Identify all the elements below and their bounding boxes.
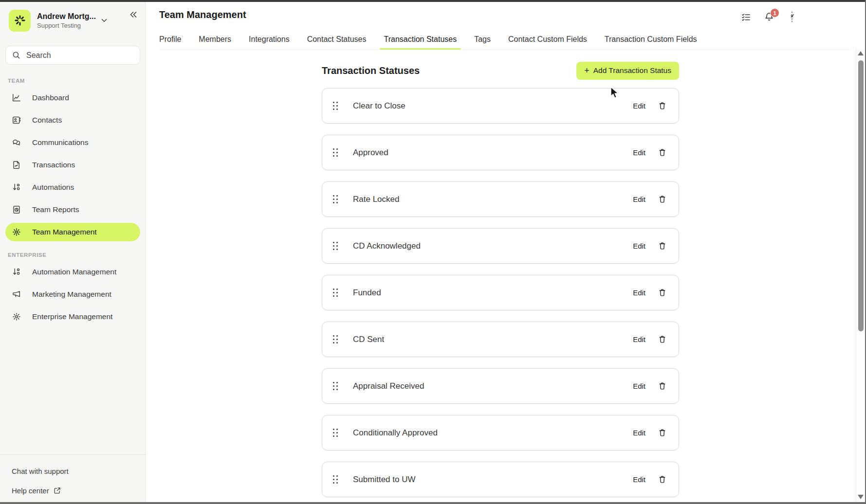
profile-glyph-icon[interactable] [787,11,797,23]
edit-button[interactable]: Edit [633,475,645,484]
edit-button[interactable]: Edit [633,382,645,390]
sidebar-item-automations[interactable]: Automations [0,176,145,198]
status-row-submitted-to-uw: Submitted to UW Edit [322,462,679,497]
vertical-scrollbar[interactable] [856,48,865,502]
content-scroll-area: Transaction Statuses + Add Transaction S… [146,50,856,502]
sidebar-footer-divider [0,454,145,455]
trash-icon[interactable] [658,381,667,391]
sidebar-item-team-reports[interactable]: Team Reports [0,198,145,221]
edit-button[interactable]: Edit [633,335,645,343]
tab-transaction-statuses[interactable]: Transaction Statuses [384,29,457,50]
chat-with-support-link[interactable]: Chat with support [12,467,69,475]
search-icon [12,51,21,60]
drag-handle-icon[interactable] [333,148,338,157]
sidebar-item-automation-management[interactable]: Automation Management [0,261,145,283]
tab-profile[interactable]: Profile [159,29,181,50]
status-row-clear-to-close: Clear to Close Edit [322,88,679,124]
double-chevron-left-icon[interactable] [129,10,138,19]
status-name: Funded [353,288,633,298]
status-list: Clear to Close Edit Approved Edit [322,88,679,497]
sidebar-nav: TEAM Dashboard Contacts [0,74,145,328]
edit-button[interactable]: Edit [633,242,645,250]
tab-contact-custom-fields[interactable]: Contact Custom Fields [508,29,587,50]
plus-icon: + [584,66,590,75]
scroll-up-arrow[interactable] [858,51,864,55]
status-name: Clear to Close [353,101,633,111]
trash-icon[interactable] [658,335,667,344]
section-label-team: TEAM [0,74,145,87]
sidebar-item-marketing-management[interactable]: Marketing Management [0,283,145,306]
sidebar: Andrew Mortg... Support Testing Search T… [0,2,146,502]
report-document-icon [12,205,21,215]
trash-icon[interactable] [658,241,667,251]
sidebar-item-dashboard[interactable]: Dashboard [0,87,145,109]
trash-icon[interactable] [658,428,667,437]
status-row-appraisal-received: Appraisal Received Edit [322,368,679,404]
edit-button[interactable]: Edit [633,195,645,203]
status-row-approved: Approved Edit [322,135,679,170]
status-row-rate-locked: Rate Locked Edit [322,181,679,217]
edit-button[interactable]: Edit [633,429,645,437]
status-name: Rate Locked [353,195,633,204]
drag-handle-icon[interactable] [333,102,338,110]
sidebar-item-communications[interactable]: Communications [0,131,145,154]
status-row-funded: Funded Edit [322,275,679,310]
window-frame-bottom [0,502,866,504]
tab-transaction-custom-fields[interactable]: Transaction Custom Fields [605,29,697,50]
tab-integrations[interactable]: Integrations [249,29,290,50]
help-center-link[interactable]: Help center [12,486,61,495]
add-transaction-status-button[interactable]: + Add Transaction Status [576,62,679,80]
content-heading: Transaction Statuses [322,65,420,76]
status-name: Appraisal Received [353,381,633,391]
status-name: Approved [353,148,633,158]
sidebar-item-transactions[interactable]: Transactions [0,154,145,176]
search-input[interactable]: Search [5,46,140,65]
status-name: CD Sent [353,335,633,344]
chart-line-icon [12,93,21,103]
sidebar-item-contacts[interactable]: Contacts [0,109,145,131]
scrollbar-thumb[interactable] [858,60,864,331]
sidebar-item-enterprise-management[interactable]: Enterprise Management [0,306,145,328]
tab-bar: Profile Members Integrations Contact Sta… [159,29,850,50]
document-icon [12,160,21,170]
chevron-down-icon[interactable] [100,16,109,25]
edit-button[interactable]: Edit [633,102,645,110]
checklist-icon[interactable] [741,12,751,22]
notification-badge: 1 [770,8,779,18]
workspace-switcher[interactable]: Andrew Mortg... Support Testing [9,9,139,32]
drag-handle-icon[interactable] [333,429,338,437]
tab-members[interactable]: Members [199,29,231,50]
trash-icon[interactable] [658,288,667,297]
edit-button[interactable]: Edit [633,288,645,297]
workflow-arrow-icon [12,182,21,192]
gear-icon [12,227,21,237]
external-link-icon [53,486,61,495]
main-area: Team Management 1 [146,2,865,502]
status-name: Conditionally Approved [353,428,633,438]
section-label-enterprise: ENTERPRISE [0,248,145,261]
drag-handle-icon[interactable] [333,475,338,484]
tab-contact-statuses[interactable]: Contact Statuses [307,29,367,50]
drag-handle-icon[interactable] [333,195,338,203]
bell-icon[interactable]: 1 [764,12,774,22]
trash-icon[interactable] [658,101,667,110]
contact-card-icon [12,115,21,125]
trash-icon[interactable] [658,195,667,204]
tab-tags[interactable]: Tags [474,29,491,50]
scroll-down-arrow[interactable] [858,495,864,499]
workspace-subtitle: Support Testing [37,22,96,29]
status-name: CD Acknowledged [353,241,633,251]
edit-button[interactable]: Edit [633,148,645,157]
drag-handle-icon[interactable] [333,288,338,297]
gear-icon [12,312,21,322]
workflow-arrow-icon [12,267,21,277]
drag-handle-icon[interactable] [333,335,338,343]
drag-handle-icon[interactable] [333,242,338,250]
trash-icon[interactable] [658,475,667,484]
status-row-cd-sent: CD Sent Edit [322,322,679,357]
window-frame-top [0,0,866,2]
status-row-cd-acknowledged: CD Acknowledged Edit [322,228,679,264]
trash-icon[interactable] [658,148,667,157]
sidebar-item-team-management[interactable]: Team Management [5,223,140,241]
drag-handle-icon[interactable] [333,382,338,390]
